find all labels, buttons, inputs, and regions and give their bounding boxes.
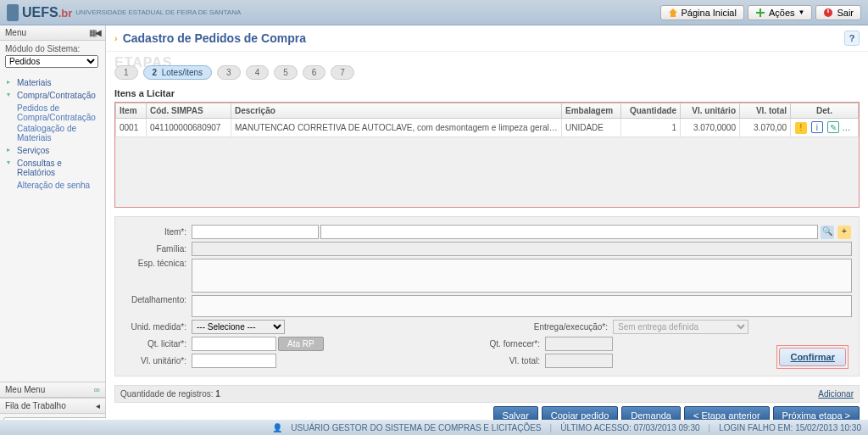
exit-button[interactable]: Sair [815, 5, 861, 20]
page-title: Cadastro de Pedidos de Compra [123, 31, 306, 45]
step-5[interactable]: 5 [274, 65, 298, 80]
col-det: Det. [791, 103, 859, 119]
breadcrumb: › Cadastro de Pedidos de Compra ? [106, 25, 868, 52]
nav-servicos[interactable]: Serviços [5, 144, 100, 157]
nav-pedidos[interactable]: Pedidos de Compra/Contratação [5, 103, 100, 122]
status-last: ÚLTIMO ACESSO: 07/03/2013 09:30 [560, 423, 699, 432]
module-select[interactable]: Pedidos [5, 55, 98, 68]
info-icon[interactable]: i [811, 121, 823, 133]
brand-logo-icon [7, 4, 19, 21]
top-buttons: Página Inicial Ações ▼ Sair [660, 5, 862, 20]
qt-licitar-label: Qt. licitar*: [122, 339, 190, 349]
grid-header-row: Item Cód. SIMPAS Descrição Embalagem Qua… [116, 103, 859, 119]
qt-fornecer-input[interactable] [545, 337, 613, 351]
home-icon [668, 8, 678, 18]
plus-icon [755, 8, 765, 18]
registry-bar: Quantidade de registros: 1 Adicionar [114, 385, 860, 403]
delete-icon[interactable]: ✕ [843, 121, 854, 133]
brand-subtitle: UNIVERSIDADE ESTADUAL DE FEIRA DE SANTAN… [75, 8, 241, 16]
nav-tree: Materiais Compra/Contratação Pedidos de … [0, 73, 105, 195]
nav-consultas[interactable]: Consultas e Relatórios [5, 157, 100, 179]
add-item-icon[interactable]: + [837, 226, 851, 239]
vl-unit-label: Vl. unitário*: [122, 356, 190, 365]
home-button[interactable]: Página Inicial [660, 5, 744, 20]
step-3[interactable]: 3 [217, 65, 241, 80]
brand: UEFS.br UNIVERSIDADE ESTADUAL DE FEIRA D… [7, 4, 241, 21]
actions-button[interactable]: Ações ▼ [748, 5, 813, 20]
help-button[interactable]: ? [844, 31, 860, 46]
nav-materiais[interactable]: Materiais [5, 76, 100, 89]
lookup-icon[interactable]: 🔍 [821, 226, 834, 239]
detalhamento-textarea[interactable] [192, 295, 852, 317]
det-label: Detalhamento: [122, 295, 190, 304]
adicionar-link[interactable]: Adicionar [818, 389, 854, 399]
svg-rect-3 [828, 9, 829, 13]
module-label: Módulo do Sistema: [0, 41, 105, 55]
confirmar-button[interactable]: Confirmar [779, 348, 846, 366]
entrega-select[interactable]: Sem entrega definida [613, 320, 748, 334]
qt-fornecer-label: Qt. fornecer*: [442, 339, 543, 349]
meu-menu-header[interactable]: Meu Menu ∞ [0, 382, 105, 398]
top-banner: UEFS.br UNIVERSIDADE ESTADUAL DE FEIRA D… [0, 0, 868, 25]
col-vtot: Vl. total [740, 103, 791, 119]
nav-compra[interactable]: Compra/Contratação [5, 89, 100, 102]
col-qtd: Quantidade [621, 103, 681, 119]
col-emb: Embalagem [562, 103, 621, 119]
vl-total-input[interactable] [545, 354, 613, 368]
chevron-icon: ◂ [96, 401, 100, 410]
status-user-icon: 👤 [272, 423, 282, 432]
step-7[interactable]: 7 [331, 65, 354, 80]
col-cod: Cód. SIMPAS [147, 103, 231, 119]
nav-catalogacao[interactable]: Catalogação de Materiais [5, 124, 100, 142]
link-icon: ∞ [94, 385, 100, 394]
vl-total-label: Vl. total: [442, 356, 543, 365]
breadcrumb-arrow-icon: › [114, 33, 118, 43]
vl-unitario-input[interactable] [192, 354, 276, 368]
familia-input[interactable] [192, 242, 852, 256]
step-4[interactable]: 4 [246, 65, 270, 80]
status-bar: 👤 USUÁRIO GESTOR DO SISTEMA DE COMPRAS E… [0, 420, 868, 435]
status-fail: LOGIN FALHO EM: 15/02/2013 10:30 [719, 423, 861, 432]
col-desc: Descrição [231, 103, 562, 119]
fila-header[interactable]: Fila de Trabalho ◂ [0, 398, 105, 414]
step-6[interactable]: 6 [303, 65, 326, 80]
item-desc-input[interactable] [320, 225, 818, 239]
esp-tecnica-textarea[interactable] [192, 259, 852, 293]
nav-alt-senha[interactable]: Alteração de senha [5, 181, 100, 190]
unid-medida-select[interactable]: --- Selecione --- [192, 320, 285, 334]
item-code-input[interactable] [192, 225, 319, 239]
wizard-steps: ETAPAS 1 2 Lotes/itens 3 4 5 6 7 [106, 52, 868, 81]
col-vunit: Vl. unitário [681, 103, 740, 119]
section-title: Itens a Licitar [106, 81, 868, 102]
item-label: Item*: [122, 227, 190, 237]
step-2[interactable]: 2 Lotes/itens [143, 65, 213, 80]
item-form: Item*: 🔍 + Família: Esp. técnica: Detalh… [114, 216, 860, 376]
power-icon [823, 8, 833, 18]
main-content: › Cadastro de Pedidos de Compra ? ETAPAS… [106, 25, 868, 435]
col-item: Item [116, 103, 147, 119]
chevron-down-icon: ▼ [798, 8, 805, 16]
esp-label: Esp. técnica: [122, 259, 190, 268]
unid-label: Unid. medida*: [122, 322, 190, 332]
status-user: USUÁRIO GESTOR DO SISTEMA DE COMPRAS E L… [291, 423, 541, 432]
familia-label: Família: [122, 244, 190, 254]
menu-header: Menu ▦◀ [0, 25, 105, 41]
sidebar: Menu ▦◀ Módulo do Sistema: Pedidos Mater… [0, 25, 106, 435]
table-row[interactable]: 0001 041100000680907 MANUTENCAO CORRETIV… [116, 119, 859, 137]
items-grid: Item Cód. SIMPAS Descrição Embalagem Qua… [114, 102, 860, 208]
collapse-icon[interactable]: ▦◀ [89, 28, 100, 37]
entrega-label: Entrega/execução*: [509, 322, 611, 332]
svg-rect-1 [756, 12, 765, 14]
ata-rp-button[interactable]: Ata RP [278, 337, 324, 351]
step-1[interactable]: 1 [114, 65, 138, 80]
warn-icon[interactable]: ! [795, 122, 807, 134]
brand-name: UEFS.br [22, 5, 72, 20]
edit-icon[interactable]: ✎ [827, 121, 839, 133]
qt-licitar-input[interactable] [192, 337, 276, 351]
